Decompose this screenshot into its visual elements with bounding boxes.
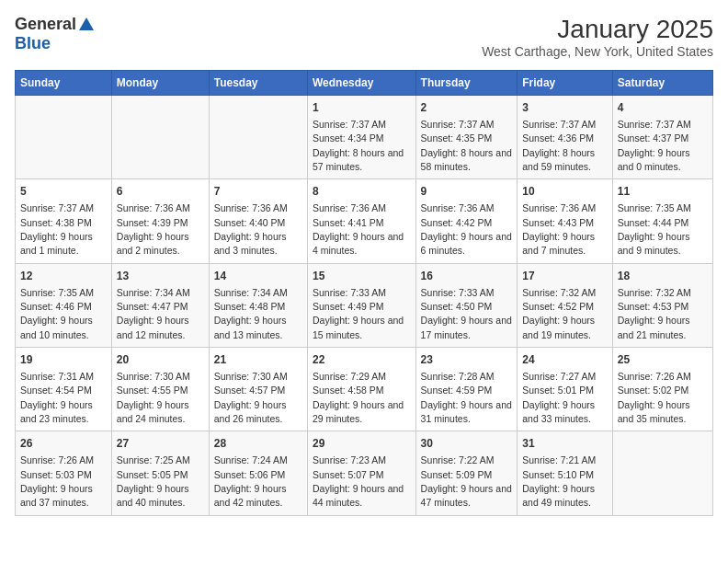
svg-marker-0 [79, 17, 94, 30]
day-info: Sunrise: 7:26 AM Sunset: 5:03 PM Dayligh… [20, 454, 94, 508]
header-cell-friday: Friday [518, 71, 612, 96]
day-info: Sunrise: 7:28 AM Sunset: 4:59 PM Dayligh… [421, 371, 512, 424]
calendar-table: SundayMondayTuesdayWednesdayThursdayFrid… [15, 70, 713, 516]
day-number: 5 [20, 184, 107, 200]
day-number: 11 [618, 184, 708, 200]
logo: General Blue [15, 15, 95, 53]
calendar-body: 1Sunrise: 7:37 AM Sunset: 4:34 PM Daylig… [16, 96, 713, 516]
day-cell: 25Sunrise: 7:26 AM Sunset: 5:02 PM Dayli… [612, 348, 712, 431]
day-number: 8 [313, 184, 411, 200]
week-row-4: 19Sunrise: 7:31 AM Sunset: 4:54 PM Dayli… [16, 348, 713, 431]
day-info: Sunrise: 7:33 AM Sunset: 4:49 PM Dayligh… [313, 287, 404, 340]
day-cell: 3Sunrise: 7:37 AM Sunset: 4:36 PM Daylig… [518, 96, 612, 179]
logo-blue-text: Blue [15, 34, 51, 53]
day-info: Sunrise: 7:37 AM Sunset: 4:34 PM Dayligh… [313, 119, 404, 172]
day-info: Sunrise: 7:30 AM Sunset: 4:55 PM Dayligh… [117, 371, 190, 424]
day-cell: 1Sunrise: 7:37 AM Sunset: 4:34 PM Daylig… [307, 96, 415, 179]
day-cell: 20Sunrise: 7:30 AM Sunset: 4:55 PM Dayli… [111, 348, 209, 431]
day-cell: 17Sunrise: 7:32 AM Sunset: 4:52 PM Dayli… [518, 263, 612, 347]
day-cell: 31Sunrise: 7:21 AM Sunset: 5:10 PM Dayli… [518, 431, 612, 515]
header-cell-wednesday: Wednesday [307, 71, 415, 96]
logo-general-text: General [15, 15, 76, 34]
day-number: 18 [618, 269, 708, 284]
day-number: 23 [421, 352, 513, 368]
header-cell-saturday: Saturday [612, 71, 712, 96]
day-info: Sunrise: 7:37 AM Sunset: 4:35 PM Dayligh… [421, 119, 512, 172]
day-number: 14 [214, 269, 302, 284]
day-info: Sunrise: 7:23 AM Sunset: 5:07 PM Dayligh… [313, 454, 404, 508]
day-cell [16, 96, 112, 179]
day-number: 4 [618, 100, 708, 116]
header-cell-monday: Monday [111, 71, 209, 96]
day-number: 26 [20, 436, 107, 452]
day-cell: 22Sunrise: 7:29 AM Sunset: 4:58 PM Dayli… [307, 348, 415, 431]
day-cell: 29Sunrise: 7:23 AM Sunset: 5:07 PM Dayli… [307, 431, 415, 515]
day-number: 22 [313, 352, 411, 368]
day-number: 25 [618, 352, 708, 368]
day-number: 20 [117, 352, 204, 368]
day-info: Sunrise: 7:32 AM Sunset: 4:53 PM Dayligh… [618, 287, 691, 340]
day-cell: 27Sunrise: 7:25 AM Sunset: 5:05 PM Dayli… [111, 431, 209, 515]
day-number: 6 [117, 184, 204, 200]
day-cell: 23Sunrise: 7:28 AM Sunset: 4:59 PM Dayli… [415, 348, 518, 431]
day-number: 3 [522, 100, 607, 116]
day-info: Sunrise: 7:36 AM Sunset: 4:41 PM Dayligh… [313, 202, 404, 256]
day-cell [111, 96, 209, 179]
day-cell: 14Sunrise: 7:34 AM Sunset: 4:48 PM Dayli… [209, 263, 307, 347]
day-info: Sunrise: 7:36 AM Sunset: 4:43 PM Dayligh… [522, 202, 596, 256]
day-info: Sunrise: 7:36 AM Sunset: 4:39 PM Dayligh… [117, 202, 190, 256]
calendar-title: January 2025 [482, 15, 713, 44]
calendar-subtitle: West Carthage, New York, United States [482, 44, 713, 59]
day-info: Sunrise: 7:34 AM Sunset: 4:48 PM Dayligh… [214, 287, 288, 340]
day-info: Sunrise: 7:35 AM Sunset: 4:44 PM Dayligh… [618, 202, 691, 256]
day-number: 7 [214, 184, 302, 200]
day-info: Sunrise: 7:37 AM Sunset: 4:37 PM Dayligh… [618, 119, 691, 172]
day-info: Sunrise: 7:36 AM Sunset: 4:42 PM Dayligh… [421, 202, 512, 256]
day-cell: 21Sunrise: 7:30 AM Sunset: 4:57 PM Dayli… [209, 348, 307, 431]
day-number: 19 [20, 352, 107, 368]
day-info: Sunrise: 7:32 AM Sunset: 4:52 PM Dayligh… [522, 287, 596, 340]
day-number: 15 [313, 269, 411, 284]
week-row-1: 1Sunrise: 7:37 AM Sunset: 4:34 PM Daylig… [16, 96, 713, 179]
day-number: 21 [214, 352, 302, 368]
day-info: Sunrise: 7:30 AM Sunset: 4:57 PM Dayligh… [214, 371, 288, 424]
day-info: Sunrise: 7:35 AM Sunset: 4:46 PM Dayligh… [20, 287, 94, 340]
day-number: 27 [117, 436, 204, 452]
header-row: SundayMondayTuesdayWednesdayThursdayFrid… [16, 71, 713, 96]
day-info: Sunrise: 7:34 AM Sunset: 4:47 PM Dayligh… [117, 287, 190, 340]
day-number: 10 [522, 184, 607, 200]
day-cell: 15Sunrise: 7:33 AM Sunset: 4:49 PM Dayli… [307, 263, 415, 347]
day-number: 13 [117, 269, 204, 284]
calendar-header: SundayMondayTuesdayWednesdayThursdayFrid… [16, 71, 713, 96]
page-header: General Blue January 2025 West Carthage,… [15, 15, 713, 59]
day-info: Sunrise: 7:24 AM Sunset: 5:06 PM Dayligh… [214, 454, 288, 508]
day-number: 30 [421, 436, 513, 452]
day-cell: 4Sunrise: 7:37 AM Sunset: 4:37 PM Daylig… [612, 96, 712, 179]
day-cell: 19Sunrise: 7:31 AM Sunset: 4:54 PM Dayli… [16, 348, 112, 431]
day-cell: 2Sunrise: 7:37 AM Sunset: 4:35 PM Daylig… [415, 96, 518, 179]
day-number: 24 [522, 352, 607, 368]
day-info: Sunrise: 7:27 AM Sunset: 5:01 PM Dayligh… [522, 371, 596, 424]
day-info: Sunrise: 7:22 AM Sunset: 5:09 PM Dayligh… [421, 454, 512, 508]
day-info: Sunrise: 7:37 AM Sunset: 4:36 PM Dayligh… [522, 119, 596, 172]
day-cell: 13Sunrise: 7:34 AM Sunset: 4:47 PM Dayli… [111, 263, 209, 347]
day-cell: 5Sunrise: 7:37 AM Sunset: 4:38 PM Daylig… [16, 179, 112, 263]
day-number: 16 [421, 269, 513, 284]
week-row-3: 12Sunrise: 7:35 AM Sunset: 4:46 PM Dayli… [16, 263, 713, 347]
day-cell: 10Sunrise: 7:36 AM Sunset: 4:43 PM Dayli… [518, 179, 612, 263]
day-info: Sunrise: 7:26 AM Sunset: 5:02 PM Dayligh… [618, 371, 691, 424]
day-cell: 24Sunrise: 7:27 AM Sunset: 5:01 PM Dayli… [518, 348, 612, 431]
day-info: Sunrise: 7:21 AM Sunset: 5:10 PM Dayligh… [522, 454, 596, 508]
day-cell: 12Sunrise: 7:35 AM Sunset: 4:46 PM Dayli… [16, 263, 112, 347]
day-number: 9 [421, 184, 513, 200]
day-cell: 9Sunrise: 7:36 AM Sunset: 4:42 PM Daylig… [415, 179, 518, 263]
day-info: Sunrise: 7:25 AM Sunset: 5:05 PM Dayligh… [117, 454, 190, 508]
day-info: Sunrise: 7:33 AM Sunset: 4:50 PM Dayligh… [421, 287, 512, 340]
day-cell: 11Sunrise: 7:35 AM Sunset: 4:44 PM Dayli… [612, 179, 712, 263]
day-cell: 8Sunrise: 7:36 AM Sunset: 4:41 PM Daylig… [307, 179, 415, 263]
day-number: 31 [522, 436, 607, 452]
header-cell-tuesday: Tuesday [209, 71, 307, 96]
header-cell-sunday: Sunday [16, 71, 112, 96]
day-info: Sunrise: 7:29 AM Sunset: 4:58 PM Dayligh… [313, 371, 404, 424]
day-cell: 18Sunrise: 7:32 AM Sunset: 4:53 PM Dayli… [612, 263, 712, 347]
